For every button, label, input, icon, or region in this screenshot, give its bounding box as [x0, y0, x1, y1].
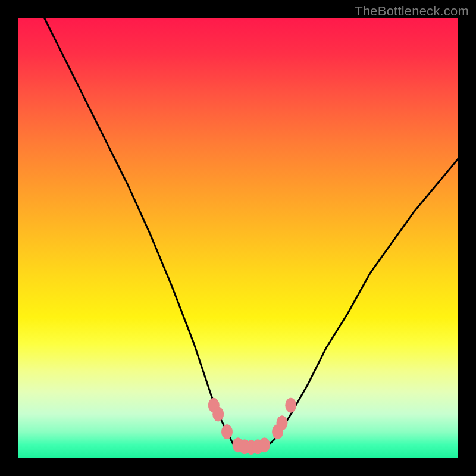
watermark-text: TheBottleneck.com — [355, 4, 469, 19]
chart-frame: TheBottleneck.com — [0, 0, 476, 476]
curve-right — [269, 159, 458, 445]
markers-group — [208, 398, 296, 454]
plot-area — [18, 18, 458, 458]
data-marker — [277, 416, 287, 430]
data-marker — [259, 438, 270, 452]
curve-left — [44, 18, 233, 445]
chart-overlay — [18, 18, 458, 458]
data-marker — [222, 425, 233, 439]
data-marker — [213, 407, 224, 421]
data-marker — [286, 398, 296, 412]
